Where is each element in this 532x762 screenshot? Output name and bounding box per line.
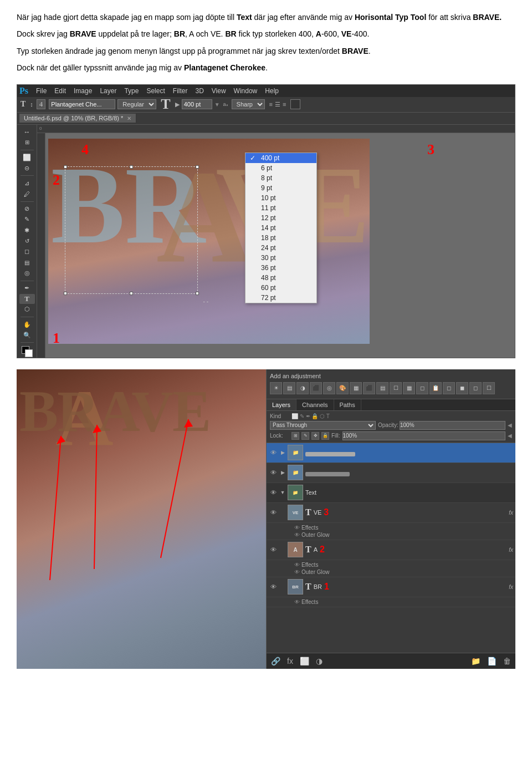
adj-selective-color-icon[interactable]: ◻ [469,382,482,394]
adj-channel-mixer-icon[interactable]: ☐ [390,382,402,394]
a-outer-glow[interactable]: 👁 Outer Glow [294,568,513,576]
new-group-btn[interactable]: 📁 [469,656,483,667]
layer-eye-1[interactable]: 👁 [269,448,278,457]
layer-eye-a[interactable]: 👁 [269,545,278,554]
crop-tool[interactable]: ⊿ [19,178,35,188]
fill-slider-icon[interactable]: ◀ [508,433,512,439]
lock-transparent-icon[interactable]: ⊞ [291,432,299,440]
dropdown-item-60pt[interactable]: 60 pt [245,283,316,293]
menu-type[interactable]: Type [121,86,142,96]
layer-group-1[interactable]: 👁 ▶ 📁 [267,443,515,463]
menu-help[interactable]: Help [262,86,282,96]
menu-layer[interactable]: Layer [96,86,120,96]
layer-expand-text[interactable]: ▼ [279,489,287,496]
dropdown-item-72pt[interactable]: 72 pt [245,293,316,303]
layer-text-group[interactable]: 👁 ▼ 📁 Text [267,483,515,503]
tab-close-icon[interactable]: ✕ [127,115,131,121]
effects-eye-ve[interactable]: 👁 [294,525,300,531]
adj-brightness-icon[interactable]: ☀ [270,382,282,394]
clone-tool[interactable]: ✱ [19,225,35,235]
layer-eye-ve[interactable]: 👁 [269,508,278,517]
new-layer-btn[interactable]: 📄 [485,656,499,667]
gradient-tool[interactable]: ▤ [19,257,35,267]
align-center-icon[interactable]: ☰ [275,101,280,108]
hand-tool[interactable]: ✋ [19,319,35,329]
align-right-icon[interactable]: ≡ [283,101,286,108]
add-mask-btn[interactable]: ⬜ [298,656,311,667]
history-tool[interactable]: ↺ [19,236,35,246]
adj-hsl-icon[interactable]: 🎨 [336,382,349,394]
delete-layer-btn[interactable]: 🗑 [501,656,513,667]
menu-file[interactable]: File [33,86,50,96]
new-adjustment-btn[interactable]: ◑ [314,656,325,667]
layer-a[interactable]: 👁 A T A 2 fx [267,540,515,560]
align-left-icon[interactable]: ≡ [269,101,273,108]
adj-levels-icon[interactable]: ▤ [283,382,295,394]
opacity-slider-icon[interactable]: ◀ [508,422,512,428]
outer-glow-eye-a[interactable]: 👁 [294,569,300,575]
adj-invert-icon[interactable]: ◻ [416,382,428,394]
adj-threshold-icon[interactable]: ◻ [443,382,455,394]
layer-ve[interactable]: 👁 VE T VE 3 fx [267,503,515,523]
dropdown-item-8pt[interactable]: 8 pt [245,173,316,183]
adj-photo-filter-icon[interactable]: ▤ [376,382,388,394]
dropdown-item-36pt[interactable]: 36 pt [245,263,316,273]
add-effect-btn[interactable]: fx [285,656,295,667]
layer-expand-1[interactable]: ▶ [279,449,287,456]
effects-eye-a[interactable]: 👁 [294,562,300,568]
adj-posterize-icon[interactable]: 📋 [429,382,442,394]
adj-other-icon[interactable]: ☐ [483,382,495,394]
dropdown-item-11pt[interactable]: 11 pt [245,203,316,213]
dropdown-item-9pt[interactable]: 9 pt [245,183,316,193]
artboard-tool[interactable]: ⊞ [19,138,35,148]
tab-paths[interactable]: Paths [334,399,361,410]
dropdown-item-24pt[interactable]: 24 pt [245,243,316,253]
layer-group-2[interactable]: 👁 ▶ 📁 [267,463,515,483]
lock-all-icon[interactable]: 🔒 [321,432,329,440]
antialiasing-select[interactable]: Sharp [232,99,265,109]
lock-position-icon[interactable]: ✥ [311,432,319,440]
color-swatch[interactable] [290,99,300,109]
dropdown-item-48pt[interactable]: 48 pt [245,273,316,283]
move-tool[interactable]: ↔ [19,127,35,137]
blur-tool[interactable]: ◎ [19,268,35,278]
menu-image[interactable]: Image [70,86,95,96]
font-size-input[interactable] [182,99,212,109]
menu-window[interactable]: Window [231,86,261,96]
dropdown-item-18pt[interactable]: 18 pt [245,233,316,243]
type-tool[interactable]: T [19,294,35,304]
size-dropdown-icon[interactable]: ▼ [214,101,220,108]
eraser-tool[interactable]: ◻ [19,247,35,257]
menu-select[interactable]: Select [143,86,168,96]
document-tab[interactable]: Untitled-6.psd @ 10% (BR, RGB/8) * ✕ [19,114,136,123]
link-layers-btn[interactable]: 🔗 [269,656,283,667]
blend-mode-select[interactable]: Pass Through [270,421,376,430]
menu-filter[interactable]: Filter [170,86,191,96]
adj-vibrance-icon[interactable]: ◎ [323,382,335,394]
dropdown-item-14pt[interactable]: 14 pt [245,223,316,233]
shape-tool[interactable]: ⬡ [19,304,35,314]
dropdown-item-30pt[interactable]: 30 pt [245,253,316,263]
layer-eye-text[interactable]: 👁 [269,488,278,497]
adj-bw-icon[interactable]: ⬛ [363,382,375,394]
marquee-tool[interactable]: ⬜ [19,153,35,162]
eyedropper-tool[interactable]: 🖊 [19,189,35,199]
outer-glow-eye-ve[interactable]: 👁 [294,532,300,538]
dropdown-item-400pt[interactable]: ✓ 400 pt [245,153,316,163]
zoom-tool[interactable]: 🔍 [19,330,35,340]
adj-curves-icon[interactable]: ◑ [296,382,309,394]
adj-gradient-map-icon[interactable]: ◼ [456,382,468,394]
ve-outer-glow[interactable]: 👁 Outer Glow [294,531,513,539]
healing-tool[interactable]: ⊘ [19,204,35,214]
font-family-input[interactable] [49,99,115,109]
effects-eye-br[interactable]: 👁 [294,599,300,605]
layer-expand-2[interactable]: ▶ [279,469,287,476]
font-style-select[interactable]: Regular [117,99,156,109]
foreground-color[interactable] [19,345,35,355]
brush-tool[interactable]: ✎ [19,215,35,225]
opacity-input[interactable] [400,421,505,430]
dropdown-item-6pt[interactable]: 6 pt [245,163,316,173]
path-tool[interactable]: ✒ [19,283,35,293]
layer-eye-br[interactable]: 👁 [269,582,278,591]
fill-input[interactable] [342,431,505,440]
